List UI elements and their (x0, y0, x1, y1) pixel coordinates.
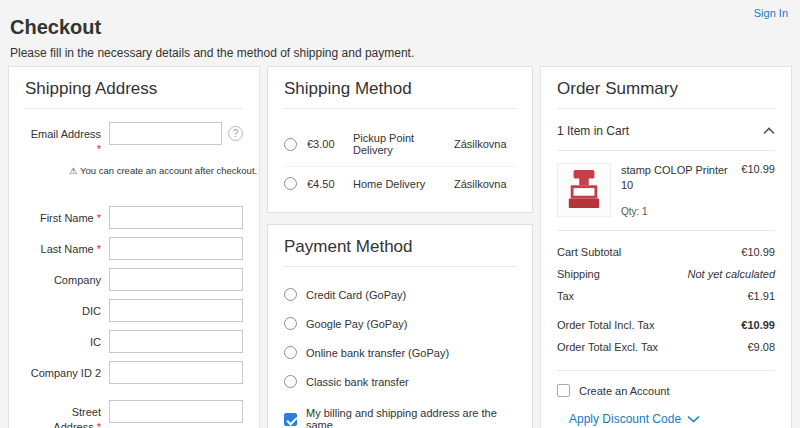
first-name-input[interactable] (109, 206, 243, 229)
company-label: Company (25, 268, 101, 288)
chevron-down-icon (687, 412, 700, 426)
last-name-label: Last Name* (25, 237, 101, 257)
email-input-wrap: ? (109, 122, 243, 145)
company-id-2-label-text: Company ID 2 (31, 367, 101, 379)
company-id-2-input[interactable] (109, 361, 243, 384)
shipping-option-method: Pickup Point Delivery (353, 132, 454, 156)
billing-same-checkbox[interactable] (284, 413, 297, 426)
shipping-method-panel: Shipping Method €3.00 Pickup Point Deliv… (267, 66, 533, 213)
shipping-option-pickup-point[interactable]: €3.00 Pickup Point Delivery Zásilkovna (284, 122, 516, 167)
shipping-option-method: Home Delivery (353, 178, 454, 190)
payment-method-panel: Payment Method Credit Card (GoPay) Googl… (267, 224, 533, 428)
payment-option-label: Credit Card (GoPay) (306, 289, 406, 301)
company-label-text: Company (54, 274, 101, 286)
total-value: Not yet calculated (688, 268, 775, 280)
total-value: €10.99 (741, 246, 775, 258)
total-value: €9.08 (747, 341, 775, 353)
payment-option-online-bank-transfer[interactable]: Online bank transfer (GoPay) (284, 338, 516, 367)
payment-option-credit-card[interactable]: Credit Card (GoPay) (284, 280, 516, 309)
last-name-label-text: Last Name (41, 243, 94, 255)
radio-icon[interactable] (284, 288, 297, 301)
required-marker: * (97, 212, 101, 224)
ic-label: IC (25, 330, 101, 350)
required-marker: * (97, 243, 101, 255)
shipping-method-title: Shipping Method (284, 79, 516, 109)
sign-in-link[interactable]: Sign In (754, 7, 788, 19)
product-top-row: stamp COLOP Printer 10 €10.99 (621, 163, 775, 193)
create-account-row[interactable]: Create an Account (557, 371, 775, 399)
total-row-excl-tax: Order Total Excl. Tax €9.08 (557, 336, 775, 358)
page-subtitle: Please fill in the necessary details and… (10, 46, 790, 60)
shipping-option-price: €4.50 (307, 178, 353, 190)
product-thumbnail (557, 163, 611, 217)
product-qty: Qty: 1 (621, 206, 775, 217)
company-id-2-label: Company ID 2 (25, 361, 101, 381)
create-account-label: Create an Account (579, 385, 670, 397)
warning-icon: ⚠ (69, 166, 77, 176)
apply-discount-link[interactable]: Apply Discount Code (569, 412, 775, 426)
payment-option-classic-bank-transfer[interactable]: Classic bank transfer (284, 367, 516, 396)
dic-input[interactable] (109, 299, 243, 322)
last-name-input[interactable] (109, 237, 243, 260)
company-input[interactable] (109, 268, 243, 291)
order-summary-panel: Order Summary 1 Item in Cart stamp COLOP (540, 66, 792, 428)
dic-label: DIC (25, 299, 101, 319)
radio-icon[interactable] (284, 346, 297, 359)
apply-discount-label: Apply Discount Code (569, 412, 681, 426)
email-label: Email Address* (25, 122, 101, 157)
ic-label-text: IC (90, 336, 101, 348)
top-bar: Sign In (0, 0, 800, 15)
methods-column: Shipping Method €3.00 Pickup Point Deliv… (267, 66, 533, 428)
email-input[interactable] (109, 122, 222, 145)
total-value: €10.99 (741, 319, 775, 331)
total-label: Order Total Incl. Tax (557, 319, 654, 331)
total-label: Order Total Excl. Tax (557, 341, 658, 353)
payment-option-label: Classic bank transfer (306, 376, 409, 388)
total-value: €1.91 (747, 290, 775, 302)
payment-option-label: Online bank transfer (GoPay) (306, 347, 449, 359)
product-price: €10.99 (741, 163, 775, 193)
cart-item-row: stamp COLOP Printer 10 €10.99 Qty: 1 (557, 151, 775, 231)
form-field-first-name: First Name* (25, 206, 243, 229)
street-address-input[interactable] (109, 400, 243, 423)
shipping-option-carrier: Zásilkovna (454, 138, 516, 150)
create-account-checkbox[interactable] (557, 384, 570, 397)
payment-option-google-pay[interactable]: Google Pay (GoPay) (284, 309, 516, 338)
required-marker: * (28, 142, 101, 157)
form-field-street-address: Street Address* (25, 400, 243, 428)
page-header: Checkout Please fill in the necessary de… (0, 16, 800, 66)
first-name-label: First Name* (25, 206, 101, 226)
product-name: stamp COLOP Printer 10 (621, 163, 729, 193)
cart-items-count: 1 Item in Cart (557, 124, 629, 138)
total-label: Tax (557, 290, 574, 302)
shipping-address-panel: Shipping Address Email Address* ? ⚠You c… (8, 66, 260, 428)
billing-same-row[interactable]: My billing and shipping address are the … (284, 407, 516, 428)
product-info: stamp COLOP Printer 10 €10.99 Qty: 1 (621, 163, 775, 217)
street-address-label-text: Street Address (53, 406, 101, 428)
chevron-up-icon[interactable] (763, 124, 775, 138)
radio-icon[interactable] (284, 138, 297, 151)
radio-icon[interactable] (284, 177, 297, 190)
total-label: Shipping (557, 268, 600, 280)
form-field-dic: DIC (25, 299, 243, 322)
payment-option-label: Google Pay (GoPay) (306, 318, 408, 330)
total-row-incl-tax: Order Total Incl. Tax €10.99 (557, 314, 775, 336)
required-marker: * (97, 421, 101, 428)
email-note: ⚠You can create an account after checkou… (69, 165, 243, 176)
ic-input[interactable] (109, 330, 243, 353)
shipping-address-title: Shipping Address (25, 79, 243, 109)
dic-label-text: DIC (82, 305, 101, 317)
help-icon[interactable]: ? (228, 126, 243, 141)
page-title: Checkout (10, 16, 790, 39)
shipping-option-price: €3.00 (307, 138, 353, 150)
radio-icon[interactable] (284, 317, 297, 330)
total-row-subtotal: Cart Subtotal €10.99 (557, 241, 775, 263)
shipping-option-carrier: Zásilkovna (454, 178, 516, 190)
street-address-label: Street Address* (25, 400, 101, 428)
total-row-shipping: Shipping Not yet calculated (557, 263, 775, 285)
order-summary-title: Order Summary (557, 79, 775, 109)
cart-items-toggle[interactable]: 1 Item in Cart (557, 122, 775, 151)
radio-icon[interactable] (284, 375, 297, 388)
billing-same-label: My billing and shipping address are the … (306, 407, 516, 428)
shipping-option-home-delivery[interactable]: €4.50 Home Delivery Zásilkovna (284, 167, 516, 200)
